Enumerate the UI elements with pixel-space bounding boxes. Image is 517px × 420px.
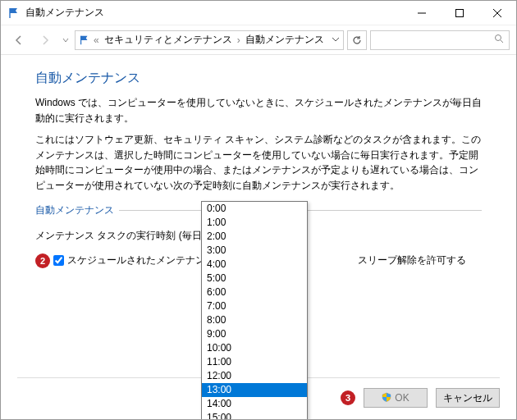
annotation-badge-3: 3 [341, 390, 355, 405]
time-option[interactable]: 1:00 [202, 216, 307, 230]
time-label: メンテナンス タスクの実行時刻 (毎日): [35, 229, 208, 243]
window-title: 自動メンテナンス [25, 6, 403, 20]
breadcrumb-item-2[interactable]: 自動メンテナンス [244, 33, 326, 47]
svg-line-5 [501, 40, 503, 43]
button-bar: 3 OK キャンセル [341, 388, 500, 408]
nav-toolbar: « セキュリティとメンテナンス › 自動メンテナンス [1, 25, 516, 55]
close-button[interactable] [478, 1, 516, 25]
page-heading: 自動メンテナンス [35, 70, 482, 87]
time-option[interactable]: 15:00 [202, 411, 307, 420]
breadcrumb-item-1[interactable]: セキュリティとメンテナンス [103, 33, 234, 47]
time-option[interactable]: 4:00 [202, 258, 307, 272]
time-option[interactable]: 12:00 [202, 369, 307, 383]
chevron-right-icon: › [237, 34, 240, 46]
search-input[interactable] [370, 30, 510, 50]
forward-button[interactable] [34, 29, 57, 52]
address-dropdown-icon[interactable] [332, 34, 340, 46]
time-option[interactable]: 13:00 [202, 383, 307, 397]
flag-icon [79, 34, 90, 46]
time-option[interactable]: 2:00 [202, 230, 307, 244]
time-select-listbox[interactable]: 0:001:002:003:004:005:006:007:008:009:00… [201, 201, 308, 420]
cancel-button[interactable]: キャンセル [436, 388, 500, 408]
address-bar[interactable]: « セキュリティとメンテナンス › 自動メンテナンス [75, 30, 344, 50]
annotation-badge-2: 2 [35, 253, 50, 268]
cancel-label: キャンセル [443, 391, 492, 405]
time-option[interactable]: 8:00 [202, 313, 307, 327]
maximize-button[interactable] [441, 1, 478, 25]
svg-point-4 [496, 35, 501, 41]
refresh-button[interactable] [347, 30, 367, 50]
intro-paragraph-1: Windows では、コンピューターを使用していないときに、スケジュールされたメ… [35, 95, 482, 126]
wake-label-after: スリープ解除を許可する [358, 253, 466, 267]
minimize-button[interactable] [403, 1, 441, 25]
intro-paragraph-2: これにはソフトウェア更新、セキュリティ スキャン、システム診断などのタスクが含ま… [35, 132, 482, 193]
back-button[interactable] [7, 29, 30, 52]
search-icon [494, 34, 504, 46]
time-option[interactable]: 0:00 [202, 202, 307, 216]
group-label: 自動メンテナンス [35, 203, 114, 217]
time-option[interactable]: 5:00 [202, 272, 307, 285]
time-option[interactable]: 6:00 [202, 285, 307, 299]
titlebar: 自動メンテナンス [1, 1, 516, 25]
time-option[interactable]: 11:00 [202, 355, 307, 369]
time-option[interactable]: 3:00 [202, 244, 307, 258]
time-option[interactable]: 14:00 [202, 397, 307, 411]
flag-icon [7, 7, 21, 20]
shield-icon [382, 392, 391, 404]
ok-label: OK [395, 392, 409, 404]
time-option[interactable]: 10:00 [202, 341, 307, 355]
history-dropdown-button[interactable] [60, 29, 71, 52]
time-option[interactable]: 9:00 [202, 327, 307, 341]
svg-rect-1 [456, 9, 464, 16]
time-option[interactable]: 7:00 [202, 299, 307, 313]
ok-button[interactable]: OK [364, 388, 428, 408]
breadcrumb-leading: « [94, 34, 99, 46]
wake-checkbox[interactable] [53, 255, 64, 266]
